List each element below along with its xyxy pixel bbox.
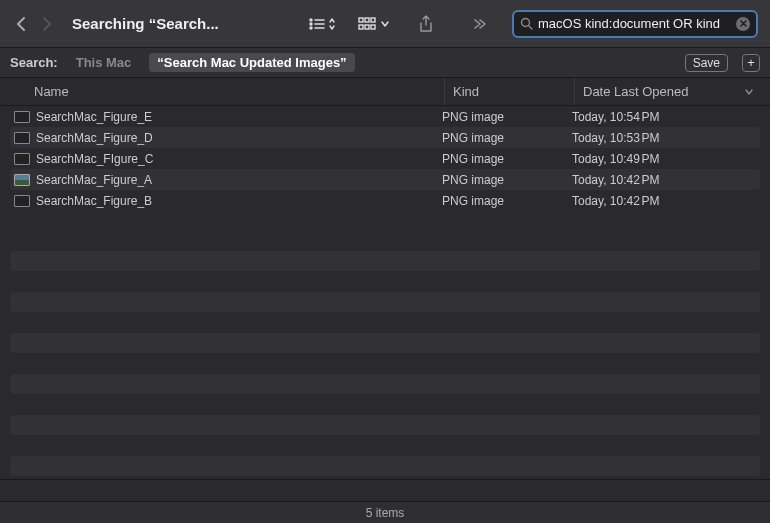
status-text: 5 items xyxy=(366,506,405,520)
svg-rect-10 xyxy=(365,25,369,29)
group-by-button[interactable] xyxy=(358,17,390,31)
share-button[interactable] xyxy=(412,10,440,38)
search-scope-bar: Search: This Mac “Search Mac Updated Ima… xyxy=(0,48,770,78)
file-kind: PNG image xyxy=(434,194,564,208)
add-criteria-button[interactable]: + xyxy=(742,54,760,72)
list-style-button[interactable] xyxy=(308,17,336,31)
svg-rect-6 xyxy=(359,18,363,22)
file-icon xyxy=(14,195,30,207)
scope-current-folder[interactable]: “Search Mac Updated Images” xyxy=(149,53,354,72)
search-icon xyxy=(520,17,533,30)
file-name: SearchMac_Figure_B xyxy=(36,194,152,208)
updown-icon xyxy=(328,17,336,31)
file-date: Today, 10:42 PM xyxy=(564,194,760,208)
overflow-button[interactable] xyxy=(466,10,494,38)
file-icon xyxy=(14,132,30,144)
column-header: Name Kind Date Last Opened xyxy=(0,78,770,106)
toolbar: Searching “Search... xyxy=(0,0,770,48)
save-search-button[interactable]: Save xyxy=(685,54,728,72)
table-row[interactable]: SearchMac_Figure_BPNG imageToday, 10:42 … xyxy=(10,190,760,211)
table-row[interactable]: SearchMac_Figure_APNG imageToday, 10:42 … xyxy=(10,169,760,190)
svg-line-13 xyxy=(529,26,533,30)
table-row[interactable]: SearchMac_Figure_DPNG imageToday, 10:53 … xyxy=(10,127,760,148)
svg-rect-9 xyxy=(359,25,363,29)
file-date: Today, 10:53 PM xyxy=(564,131,760,145)
nav-arrows xyxy=(12,12,56,36)
file-icon xyxy=(14,174,30,186)
window-title: Searching “Search... xyxy=(72,15,219,32)
file-kind: PNG image xyxy=(434,110,564,124)
chevron-down-icon xyxy=(380,20,390,28)
back-button[interactable] xyxy=(12,12,30,36)
file-name: SearchMac_Figure_D xyxy=(36,131,153,145)
svg-rect-11 xyxy=(371,25,375,29)
svg-rect-8 xyxy=(371,18,375,22)
file-date: Today, 10:54 PM xyxy=(564,110,760,124)
file-icon xyxy=(14,153,30,165)
svg-point-0 xyxy=(310,19,312,21)
file-date: Today, 10:42 PM xyxy=(564,173,760,187)
chevron-down-icon xyxy=(744,88,754,96)
column-date[interactable]: Date Last Opened xyxy=(574,78,760,105)
column-kind[interactable]: Kind xyxy=(444,78,574,105)
scope-this-mac[interactable]: This Mac xyxy=(68,53,140,72)
scope-label: Search: xyxy=(10,55,58,70)
path-bar xyxy=(0,479,770,501)
forward-button[interactable] xyxy=(38,12,56,36)
file-list[interactable]: SearchMac_Figure_EPNG imageToday, 10:54 … xyxy=(0,106,770,479)
file-name: SearchMac_FIgure_C xyxy=(36,152,153,166)
empty-rows xyxy=(10,251,760,476)
file-date: Today, 10:49 PM xyxy=(564,152,760,166)
column-date-label: Date Last Opened xyxy=(583,84,689,99)
clear-search-button[interactable] xyxy=(736,17,750,31)
file-icon xyxy=(14,111,30,123)
table-row[interactable]: SearchMac_Figure_EPNG imageToday, 10:54 … xyxy=(10,106,760,127)
table-row[interactable]: SearchMac_FIgure_CPNG imageToday, 10:49 … xyxy=(10,148,760,169)
status-bar: 5 items xyxy=(0,501,770,523)
file-name: SearchMac_Figure_A xyxy=(36,173,152,187)
file-name: SearchMac_Figure_E xyxy=(36,110,152,124)
search-field[interactable] xyxy=(512,10,758,38)
column-name[interactable]: Name xyxy=(10,84,444,99)
search-input[interactable] xyxy=(538,16,731,31)
file-kind: PNG image xyxy=(434,152,564,166)
svg-rect-7 xyxy=(365,18,369,22)
svg-point-4 xyxy=(310,27,312,29)
file-kind: PNG image xyxy=(434,131,564,145)
svg-point-2 xyxy=(310,23,312,25)
file-kind: PNG image xyxy=(434,173,564,187)
